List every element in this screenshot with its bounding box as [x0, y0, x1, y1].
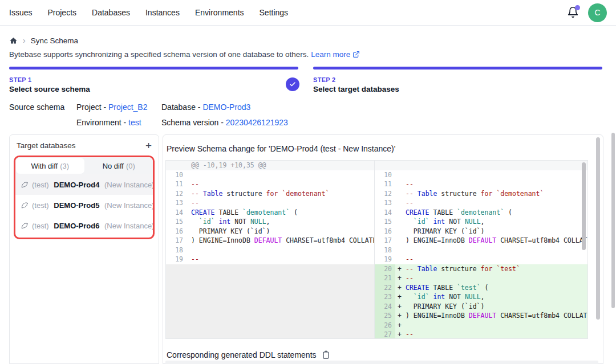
- line-number: 14: [375, 208, 395, 218]
- diff-original-pane: @@ -10,19 +10,35 @@1011--12-- Table stru…: [166, 161, 374, 338]
- diff-line: 27+--: [375, 330, 587, 338]
- source-database: Database - DEMO-Prod3: [161, 103, 250, 112]
- sql-token: `id`: [414, 218, 429, 226]
- diff-marker: [395, 208, 406, 218]
- home-icon[interactable]: [9, 36, 18, 45]
- line-number: 17: [166, 236, 187, 246]
- diff-line: 12-- Table structure for `demotenant`: [375, 189, 587, 199]
- diff-line: 19--: [375, 255, 587, 264]
- diff-marker: [187, 217, 191, 227]
- database-name: DEMO-Prod5: [52, 201, 100, 210]
- step2-progress-bar: [313, 67, 602, 69]
- diff-line: 11--: [166, 179, 374, 189]
- target-database-item[interactable]: (test) DEMO-Prod4 (New Instance): [15, 174, 153, 195]
- nav-item-databases[interactable]: Databases: [92, 8, 130, 17]
- sql-token: (: [290, 208, 298, 216]
- environment-link[interactable]: test: [128, 118, 141, 127]
- sql-token: --: [406, 274, 414, 282]
- diff-marker: +: [395, 273, 406, 283]
- code-text: --: [406, 255, 587, 264]
- line-number: 15: [166, 217, 187, 227]
- sql-token: `test`: [457, 284, 481, 292]
- sql-token: ,: [481, 293, 485, 301]
- sql-token: (: [504, 208, 512, 216]
- nav-item-environments[interactable]: Environments: [195, 8, 244, 17]
- diff-marker: [187, 227, 191, 236]
- sql-token: --: [191, 199, 199, 207]
- sql-token: CHARSET=utf8mb4 COLLATE: [496, 312, 587, 320]
- code-text: -- Table structure for `demotenant`: [406, 189, 587, 199]
- learn-more-link[interactable]: Learn more: [311, 50, 350, 59]
- code-text: `id` int NOT NULL,: [406, 217, 587, 227]
- sql-token: NULL: [465, 218, 481, 226]
- tab-with-diff[interactable]: With diff(3): [16, 158, 84, 174]
- sql-token: `demotenant`: [457, 208, 504, 216]
- diff-line: 17) ENGINE=InnoDB DEFAULT CHARSET=utf8mb…: [375, 236, 587, 246]
- sql-token: int: [219, 218, 231, 226]
- mysql-icon: [21, 201, 29, 209]
- line-number: 10: [375, 170, 395, 180]
- step2-label: STEP 2: [313, 76, 336, 83]
- add-target-database-button[interactable]: +: [145, 142, 152, 150]
- diff-line: 23+ `id` int NOT NULL,: [375, 292, 587, 302]
- tab-count: (3): [60, 162, 69, 170]
- nav-item-instances[interactable]: Instances: [145, 8, 180, 17]
- schema-diff-editor[interactable]: @@ -10,19 +10,35 @@1011--12-- Table stru…: [165, 160, 588, 339]
- code-text: -- Table structure for `demotenant`: [191, 189, 374, 199]
- mysql-icon: [21, 222, 29, 230]
- sql-token: Table: [203, 190, 223, 198]
- sql-token: --: [406, 199, 414, 207]
- tab-no-diff[interactable]: No diff(0): [85, 157, 153, 174]
- sql-token: Table: [418, 190, 437, 198]
- sql-token: ) ENGINE=InnoDB: [406, 312, 469, 320]
- sql-token: PRIMARY KEY (`id`): [406, 302, 484, 310]
- diff-modified-pane: 1011--12-- Table structure for `demotena…: [374, 161, 587, 338]
- nav-item-issues[interactable]: Issues: [9, 8, 32, 17]
- external-link-icon[interactable]: [352, 51, 360, 58]
- avatar[interactable]: C: [588, 3, 607, 22]
- mysql-icon: [21, 181, 29, 189]
- ddl-title: Corresponding generated DDL statements: [167, 350, 317, 359]
- tab-label: With diff: [31, 162, 58, 170]
- panel-scrollbar[interactable]: [596, 137, 600, 320]
- ddl-statements-block: [165, 361, 598, 364]
- diff-marker: [187, 179, 191, 189]
- code-text: [191, 170, 374, 180]
- database-link[interactable]: DEMO-Prod3: [202, 103, 250, 112]
- sql-token: structure: [437, 190, 480, 198]
- nav-right: C: [567, 3, 607, 22]
- target-database-item[interactable]: (test) DEMO-Prod6 (New Instance): [15, 215, 153, 236]
- diff-line: 16 PRIMARY KEY (`id`): [166, 227, 374, 236]
- diff-line: [375, 161, 587, 170]
- tab-count: (0): [126, 162, 135, 170]
- code-text: `id` int NOT NULL,: [406, 292, 587, 302]
- line-number: 20: [375, 264, 395, 274]
- line-number: 16: [375, 227, 395, 236]
- preview-title: Preview Schema change for 'DEMO-Prod4 (t…: [167, 144, 395, 153]
- copy-clipboard-icon[interactable]: [322, 350, 330, 359]
- notifications-button[interactable]: [567, 6, 579, 19]
- sql-token: ,: [481, 218, 485, 226]
- target-database-item[interactable]: (test) DEMO-Prod5 (New Instance): [15, 195, 153, 215]
- sql-token: --: [406, 265, 418, 273]
- target-databases-panel: Target databases + With diff(3)No diff(0…: [9, 134, 159, 364]
- database-instance-suffix: (New Instance): [102, 201, 154, 210]
- project-link[interactable]: Project_B2: [108, 103, 147, 112]
- nav-item-settings[interactable]: Settings: [260, 8, 289, 17]
- schema-version-link[interactable]: 20230426121923: [226, 118, 288, 127]
- editor-scrollbar[interactable]: [582, 162, 586, 250]
- diff-line: 20+-- Table structure for `test`: [375, 264, 587, 274]
- diff-empty-filler: [166, 264, 374, 339]
- nav-item-projects[interactable]: Projects: [47, 8, 76, 17]
- sql-token: `id`: [414, 293, 429, 301]
- sql-token: DEFAULT: [254, 236, 282, 244]
- diff-line: 18: [166, 246, 374, 255]
- diff-line: 19--: [166, 255, 374, 264]
- sql-token: int: [433, 293, 445, 301]
- diff-line: 24+ PRIMARY KEY (`id`): [375, 302, 587, 312]
- diff-marker: [187, 208, 191, 218]
- code-text: --: [406, 179, 587, 189]
- target-databases-highlight-box: With diff(3)No diff(0) (test) DEMO-Prod4…: [14, 156, 155, 239]
- sql-token: PRIMARY KEY (`id`): [191, 227, 270, 235]
- page-scrollbar[interactable]: [611, 133, 615, 308]
